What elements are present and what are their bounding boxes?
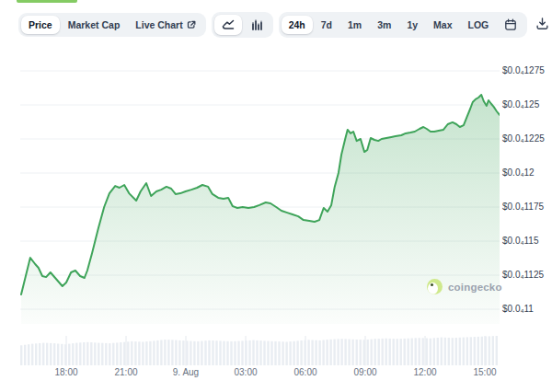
range-7d-label: 7d <box>321 19 332 30</box>
download-button[interactable] <box>533 14 552 36</box>
range-1y-button[interactable]: 1y <box>399 16 425 34</box>
y-axis-label: $0.0₄1275 <box>502 65 552 76</box>
range-max-button[interactable]: Max <box>426 16 459 34</box>
tab-price[interactable]: Price <box>21 16 60 34</box>
coingecko-watermark: coingecko <box>427 279 502 294</box>
y-axis-label: $0.0₄1175 <box>502 202 552 213</box>
x-axis-label: 9. Aug <box>160 367 212 377</box>
view-tab-group: Price Market Cap Live Chart <box>18 13 206 37</box>
log-scale-button[interactable]: LOG <box>461 16 497 34</box>
calendar-icon <box>504 18 517 31</box>
tab-price-label: Price <box>29 19 52 30</box>
range-1m-button[interactable]: 1m <box>340 16 369 34</box>
y-axis-label: $0.0₄11 <box>502 304 552 315</box>
top-accent-bar <box>17 0 77 3</box>
candlestick-chart-button[interactable] <box>243 15 270 35</box>
y-axis-label: $0.0₄1225 <box>502 133 552 144</box>
range-24h-label: 24h <box>289 19 305 30</box>
x-axis-label: 09:00 <box>339 367 391 377</box>
range-7d-button[interactable]: 7d <box>314 16 339 34</box>
x-axis-label: 06:00 <box>280 367 331 377</box>
coingecko-logo-icon <box>427 279 443 294</box>
chart-toolbar: Price Market Cap Live Chart <box>18 12 552 38</box>
range-24h-button[interactable]: 24h <box>282 16 313 34</box>
line-chart-button[interactable] <box>214 15 242 35</box>
range-3m-button[interactable]: 3m <box>370 16 398 34</box>
volume-navigator-svg <box>20 332 500 366</box>
tab-market-cap[interactable]: Market Cap <box>61 16 128 34</box>
candlestick-chart-icon <box>250 18 263 31</box>
x-axis-label: 21:00 <box>100 367 152 377</box>
download-icon <box>535 17 549 33</box>
y-axis-label: $0.0₄125 <box>502 99 552 110</box>
range-3m-label: 3m <box>377 19 391 30</box>
log-scale-label: LOG <box>468 19 489 30</box>
range-selector-group: 24h 7d 1m 3m 1y Max LOG <box>279 12 528 38</box>
y-axis-label: $0.0₄12 <box>502 167 552 179</box>
calendar-button[interactable] <box>497 15 524 35</box>
y-axis-label: $0.0₄115 <box>502 236 552 247</box>
line-chart-icon <box>222 18 235 31</box>
tab-market-cap-label: Market Cap <box>68 19 121 30</box>
chart-type-group <box>212 12 273 38</box>
coingecko-watermark-label: coingecko <box>448 282 502 293</box>
x-axis-label: 18:00 <box>40 367 92 377</box>
x-axis-label: 03:00 <box>220 367 271 377</box>
range-max-label: Max <box>433 19 452 30</box>
x-axis-label: 15:00 <box>459 367 511 377</box>
x-axis-label: 12:00 <box>399 367 451 377</box>
external-link-icon <box>187 20 196 29</box>
tab-live-chart-label: Live Chart <box>135 19 182 30</box>
coingecko-chart-widget: Price Market Cap Live Chart <box>0 0 552 392</box>
range-1y-label: 1y <box>407 19 418 30</box>
tab-live-chart[interactable]: Live Chart <box>128 16 202 34</box>
y-axis-label: $0.0₄1125 <box>502 270 552 281</box>
range-1m-label: 1m <box>348 19 362 30</box>
